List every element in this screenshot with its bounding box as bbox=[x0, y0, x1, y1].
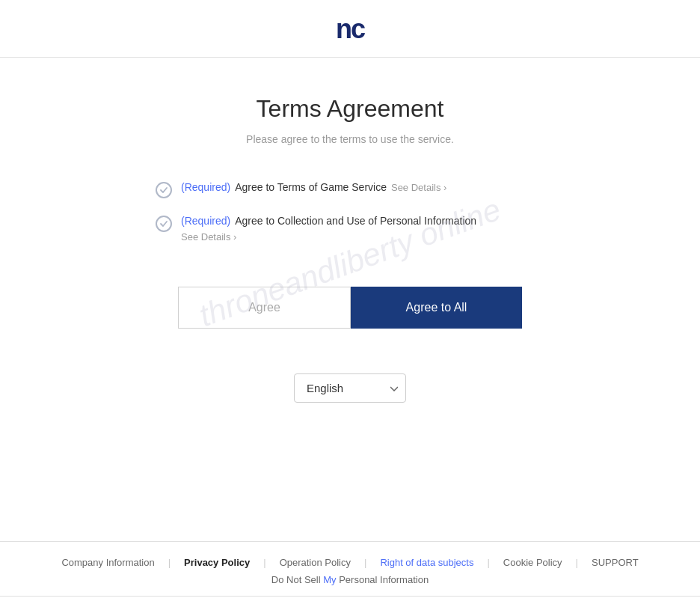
agreement-label-1: Agree to Terms of Game Service bbox=[235, 181, 387, 193]
main-content: Terms Agreement Please agree to the term… bbox=[0, 58, 700, 541]
footer-links: Company Information | Privacy Policy | O… bbox=[0, 557, 700, 568]
footer-link-do-not-sell[interactable]: Do Not Sell My Personal Information bbox=[271, 574, 429, 585]
footer-link-operation[interactable]: Operation Policy bbox=[280, 557, 351, 568]
required-label-2: (Required) bbox=[181, 215, 230, 227]
agree-button[interactable]: Agree bbox=[178, 287, 351, 329]
see-details-link-1[interactable]: See Details bbox=[391, 182, 446, 193]
checkbox-collection[interactable] bbox=[156, 216, 172, 232]
page-subtitle: Please agree to the terms to use the ser… bbox=[246, 133, 454, 145]
buttons-container: Agree Agree to All bbox=[178, 287, 522, 329]
language-selector: English 한국어 日本語 中文(繁體) 中文(简体) bbox=[294, 373, 406, 403]
agreement-text-2: (Required) Agree to Collection and Use o… bbox=[181, 215, 476, 243]
checkbox-terms-game[interactable] bbox=[156, 182, 172, 198]
agreements-container: (Required) Agree to Terms of Game Servic… bbox=[156, 181, 544, 260]
footer-link-rights[interactable]: Right of data subjects bbox=[380, 557, 473, 568]
agreement-label-2: Agree to Collection and Use of Personal … bbox=[235, 215, 476, 227]
agreement-line-1: (Required) Agree to Terms of Game Servic… bbox=[181, 181, 446, 193]
page-title: Terms Agreement bbox=[257, 95, 444, 123]
footer-link-company[interactable]: Company Information bbox=[61, 557, 154, 568]
header: nc bbox=[0, 0, 700, 58]
agree-all-button[interactable]: Agree to All bbox=[351, 287, 522, 329]
required-label-1: (Required) bbox=[181, 181, 230, 193]
agreement-item-2: (Required) Agree to Collection and Use o… bbox=[156, 215, 544, 243]
see-details-link-2[interactable]: See Details bbox=[181, 231, 236, 243]
agreement-line-2: (Required) Agree to Collection and Use o… bbox=[181, 215, 476, 227]
agreement-text-1: (Required) Agree to Terms of Game Servic… bbox=[181, 181, 446, 193]
footer-link-cookie[interactable]: Cookie Policy bbox=[503, 557, 562, 568]
agreement-item-1: (Required) Agree to Terms of Game Servic… bbox=[156, 181, 544, 198]
footer-second-row: Do Not Sell My Personal Information bbox=[0, 574, 700, 585]
footer: Company Information | Privacy Policy | O… bbox=[0, 541, 700, 607]
my-text: My bbox=[323, 574, 336, 585]
footer-link-support[interactable]: SUPPORT bbox=[592, 557, 639, 568]
logo: nc bbox=[336, 13, 364, 45]
language-select[interactable]: English 한국어 日本語 中文(繁體) 中文(简体) bbox=[294, 373, 406, 403]
footer-bottom-line bbox=[0, 596, 700, 597]
footer-link-privacy[interactable]: Privacy Policy bbox=[184, 557, 250, 568]
